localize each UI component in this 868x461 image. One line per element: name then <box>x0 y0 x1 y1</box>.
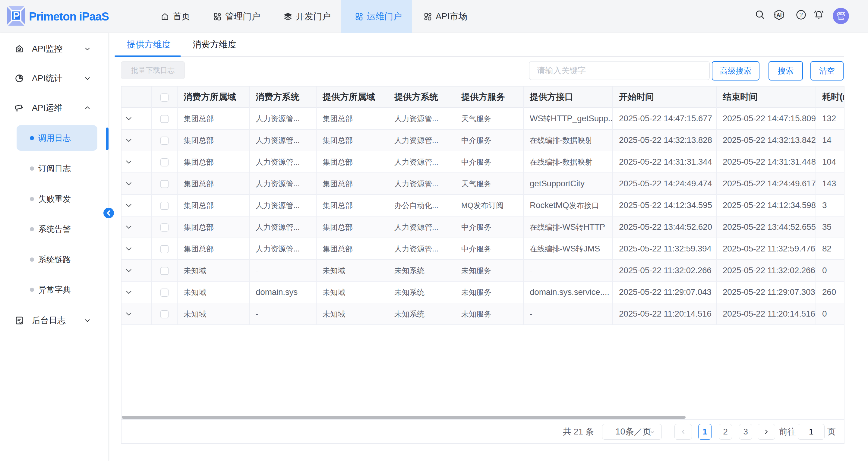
svg-text:AI: AI <box>776 12 781 18</box>
svg-text:P: P <box>13 10 20 21</box>
svg-text:?: ? <box>799 11 803 18</box>
